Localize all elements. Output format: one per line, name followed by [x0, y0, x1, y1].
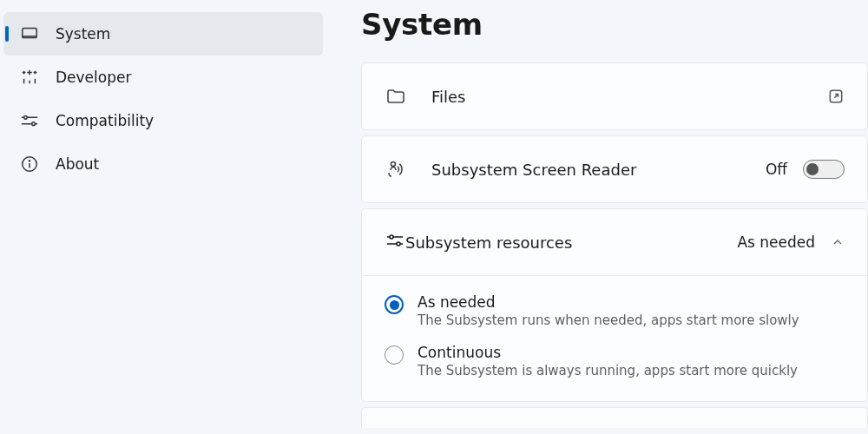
- sidebar-item-label: System: [56, 25, 110, 43]
- sidebar-item-system[interactable]: System: [3, 12, 323, 56]
- resources-label: Subsystem resources: [405, 233, 737, 252]
- option-description: The Subsystem runs when needed, apps sta…: [418, 312, 799, 328]
- card-resources: Subsystem resources As needed As needed …: [361, 208, 868, 402]
- resources-selected-value: As needed: [737, 233, 815, 251]
- accessibility-icon: [385, 158, 407, 181]
- screen-reader-label: Subsystem Screen Reader: [431, 161, 766, 179]
- screen-reader-state: Off: [766, 161, 787, 178]
- option-title: Continuous: [418, 344, 798, 361]
- svg-point-2: [32, 122, 36, 126]
- svg-point-6: [391, 162, 396, 167]
- resources-expander-body: As needed The Subsystem runs when needed…: [362, 275, 867, 401]
- radio-button[interactable]: [385, 345, 404, 365]
- sidebar: System Developer Compatibility About: [0, 0, 330, 434]
- sliders-icon: [385, 230, 405, 254]
- radio-button[interactable]: [385, 295, 404, 314]
- folder-icon: [385, 85, 407, 108]
- sidebar-item-label: About: [56, 155, 99, 173]
- card-screen-reader: Subsystem Screen Reader Off: [361, 135, 868, 203]
- page-title: System: [361, 7, 868, 42]
- open-external-icon[interactable]: [827, 88, 845, 105]
- sidebar-item-about[interactable]: About: [3, 142, 323, 186]
- radio-option-continuous[interactable]: Continuous The Subsystem is always runni…: [385, 344, 845, 378]
- option-title: As needed: [418, 293, 799, 311]
- compatibility-icon: [19, 110, 40, 131]
- svg-point-4: [29, 161, 30, 161]
- svg-point-7: [390, 235, 393, 239]
- svg-point-8: [397, 242, 400, 246]
- system-icon: [19, 23, 40, 44]
- sidebar-item-compatibility[interactable]: Compatibility: [3, 99, 323, 142]
- sidebar-item-label: Compatibility: [56, 112, 154, 129]
- card-files[interactable]: Files: [361, 62, 868, 130]
- card-next-peek: [361, 407, 868, 428]
- chevron-up-icon: [831, 235, 845, 249]
- svg-point-1: [24, 116, 28, 120]
- main-content: System Files Subsystem Scre: [330, 0, 868, 434]
- resources-expander-header[interactable]: Subsystem resources As needed: [362, 209, 867, 275]
- screen-reader-toggle[interactable]: [803, 160, 845, 179]
- info-icon: [19, 154, 40, 174]
- files-label: Files: [431, 88, 827, 106]
- developer-icon: [19, 67, 40, 88]
- option-description: The Subsystem is always running, apps st…: [418, 363, 798, 378]
- sidebar-item-developer[interactable]: Developer: [3, 56, 323, 99]
- radio-option-as-needed[interactable]: As needed The Subsystem runs when needed…: [385, 293, 845, 328]
- sidebar-item-label: Developer: [56, 69, 131, 86]
